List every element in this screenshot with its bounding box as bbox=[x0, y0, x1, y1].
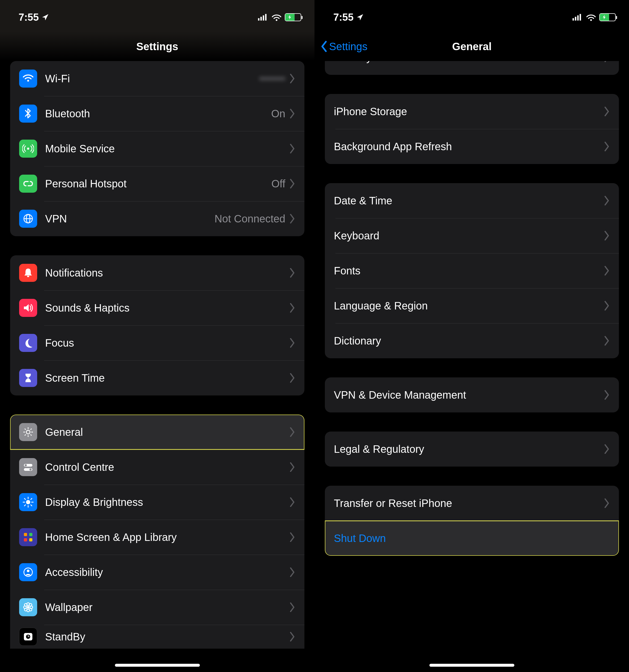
row-value: ••••••• bbox=[259, 73, 285, 85]
row-legal-regulatory[interactable]: Legal & Regulatory bbox=[325, 432, 619, 466]
row-control-centre[interactable]: Control Centre bbox=[10, 450, 305, 485]
row-wifi[interactable]: Wi-Fi ••••••• bbox=[10, 61, 305, 96]
row-transfer-reset[interactable]: Transfer or Reset iPhone bbox=[325, 486, 619, 521]
row-general[interactable]: General bbox=[10, 414, 305, 450]
row-label: Screen Time bbox=[45, 372, 290, 384]
row-shut-down[interactable]: Shut Down bbox=[325, 521, 619, 556]
row-label: General bbox=[45, 426, 290, 438]
flower-icon bbox=[19, 598, 37, 616]
row-dictionary[interactable]: Dictionary bbox=[325, 323, 619, 358]
bell-icon bbox=[19, 264, 37, 282]
moon-icon bbox=[19, 334, 37, 352]
chevron-right-icon bbox=[604, 301, 610, 311]
row-keyboard[interactable]: Keyboard bbox=[325, 218, 619, 253]
row-accessibility[interactable]: Accessibility bbox=[10, 555, 305, 590]
chevron-right-icon bbox=[290, 74, 295, 83]
general-list[interactable]: CarPlay iPhone Storage Background App Re… bbox=[315, 61, 629, 672]
chevron-right-icon bbox=[290, 373, 295, 383]
row-label: Bluetooth bbox=[45, 108, 271, 120]
group-vpn-management: VPN & Device Management bbox=[325, 377, 619, 412]
group-carplay: CarPlay bbox=[325, 61, 619, 75]
chevron-right-icon bbox=[290, 568, 295, 577]
antenna-icon bbox=[19, 140, 37, 158]
grid-icon bbox=[19, 528, 37, 546]
row-fonts[interactable]: Fonts bbox=[325, 253, 619, 288]
row-standby[interactable]: StandBy bbox=[10, 625, 305, 649]
row-label: Language & Region bbox=[334, 300, 604, 312]
row-wallpaper[interactable]: Wallpaper bbox=[10, 590, 305, 625]
row-personal-hotspot[interactable]: Personal Hotspot Off bbox=[10, 166, 305, 201]
row-bluetooth[interactable]: Bluetooth On bbox=[10, 96, 305, 131]
status-time: 7:55 bbox=[19, 12, 39, 23]
chevron-right-icon bbox=[604, 390, 610, 400]
chevron-right-icon bbox=[604, 107, 610, 116]
group-storage: iPhone Storage Background App Refresh bbox=[325, 94, 619, 164]
battery-icon bbox=[599, 13, 616, 21]
row-focus[interactable]: Focus bbox=[10, 326, 305, 360]
home-indicator[interactable] bbox=[430, 664, 514, 667]
chevron-right-icon bbox=[290, 497, 295, 507]
group-legal: Legal & Regulatory bbox=[325, 432, 619, 466]
row-label: Control Centre bbox=[45, 461, 290, 473]
globe-icon bbox=[19, 210, 37, 228]
chevron-right-icon bbox=[290, 462, 295, 472]
settings-screen: 7:55 Settings Wi-Fi ••••••• bbox=[0, 0, 314, 672]
page-title: General bbox=[452, 41, 492, 52]
row-label: Background App Refresh bbox=[334, 141, 604, 152]
bluetooth-icon bbox=[19, 104, 37, 123]
general-screen: 7:55 Settings General CarPlay bbox=[314, 0, 629, 672]
hourglass-icon bbox=[19, 369, 37, 387]
row-carplay[interactable]: CarPlay bbox=[325, 61, 619, 75]
group-localization: Date & Time Keyboard Fonts Language & Re… bbox=[325, 183, 619, 358]
row-label: VPN & Device Management bbox=[334, 389, 604, 401]
wifi-icon bbox=[19, 70, 37, 88]
link-icon bbox=[19, 175, 37, 193]
row-label: Wi-Fi bbox=[45, 73, 259, 85]
row-notifications[interactable]: Notifications bbox=[10, 255, 305, 290]
back-label: Settings bbox=[329, 41, 368, 52]
row-label: iPhone Storage bbox=[334, 105, 604, 118]
row-language-region[interactable]: Language & Region bbox=[325, 288, 619, 323]
page-title: Settings bbox=[137, 41, 178, 52]
status-bar: 7:55 bbox=[315, 0, 629, 32]
row-vpn[interactable]: VPN Not Connected bbox=[10, 201, 305, 236]
nav-bar: Settings General bbox=[315, 32, 629, 61]
row-label: CarPlay bbox=[334, 61, 604, 64]
row-screen-time[interactable]: Screen Time bbox=[10, 360, 305, 395]
nav-bar: Settings bbox=[0, 32, 314, 61]
row-label: Keyboard bbox=[334, 230, 604, 242]
sun-icon bbox=[19, 493, 37, 511]
chevron-right-icon bbox=[604, 499, 610, 508]
settings-group-general: General Control Centre Display & Brightn… bbox=[10, 414, 305, 649]
home-indicator[interactable] bbox=[115, 664, 200, 667]
row-vpn-device-management[interactable]: VPN & Device Management bbox=[325, 377, 619, 412]
back-button[interactable]: Settings bbox=[321, 41, 368, 52]
row-sounds-haptics[interactable]: Sounds & Haptics bbox=[10, 290, 305, 326]
row-iphone-storage[interactable]: iPhone Storage bbox=[325, 94, 619, 129]
settings-list[interactable]: Wi-Fi ••••••• Bluetooth On Mobile Servic… bbox=[0, 61, 314, 672]
cellular-signal-icon bbox=[257, 13, 268, 22]
chevron-right-icon bbox=[290, 144, 295, 153]
wifi-status-icon bbox=[585, 13, 597, 22]
row-label: VPN bbox=[45, 213, 214, 225]
switches-icon bbox=[19, 458, 37, 476]
row-label: Focus bbox=[45, 337, 290, 349]
chevron-right-icon bbox=[604, 142, 610, 151]
row-date-time[interactable]: Date & Time bbox=[325, 183, 619, 218]
chevron-right-icon bbox=[604, 61, 610, 62]
row-mobile-service[interactable]: Mobile Service bbox=[10, 131, 305, 166]
row-value: On bbox=[271, 108, 285, 120]
chevron-right-icon bbox=[290, 268, 295, 278]
row-display-brightness[interactable]: Display & Brightness bbox=[10, 485, 305, 520]
chevron-right-icon bbox=[604, 266, 610, 275]
battery-bolt-icon bbox=[287, 15, 292, 20]
row-label: Legal & Regulatory bbox=[334, 443, 604, 455]
row-home-screen[interactable]: Home Screen & App Library bbox=[10, 520, 305, 555]
cellular-signal-icon bbox=[572, 13, 583, 22]
row-label: Shut Down bbox=[334, 532, 610, 544]
chevron-right-icon bbox=[604, 336, 610, 345]
chevron-right-icon bbox=[604, 444, 610, 454]
chevron-right-icon bbox=[290, 532, 295, 542]
row-background-refresh[interactable]: Background App Refresh bbox=[325, 129, 619, 164]
wifi-status-icon bbox=[271, 13, 282, 22]
